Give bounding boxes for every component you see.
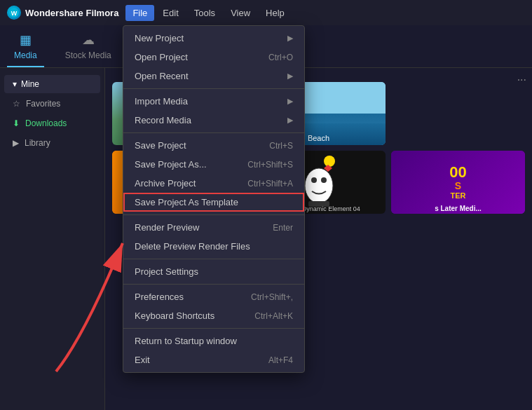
open-recent-arrow: ▶ (287, 71, 293, 81)
sidebar-section-mine[interactable]: ▾ Mine (4, 75, 100, 93)
sidebar-library-label: Library (25, 138, 50, 148)
menu-item-delete-preview[interactable]: Delete Preview Render Files (123, 237, 304, 256)
open-recent-label: Open Recent (135, 71, 189, 81)
file-dropdown-menu: New Project ▶ Open Project Ctrl+O Open R… (123, 25, 305, 373)
menu-item-import-media[interactable]: Import Media ▶ (123, 92, 304, 111)
divider-4 (123, 259, 304, 259)
save-project-shortcut: Ctrl+S (269, 141, 293, 151)
divider-2 (123, 132, 304, 133)
favorites-icon: ☆ (13, 99, 20, 109)
beach-label: Beach (308, 134, 329, 142)
menu-item-save-as-template[interactable]: Save Project As Template (123, 193, 304, 212)
render-preview-label: Render Preview (135, 222, 200, 233)
svg-point-14 (321, 177, 327, 183)
menu-item-open-recent[interactable]: Open Recent ▶ (123, 67, 304, 86)
svg-point-11 (324, 156, 335, 167)
tab-media-label: Media (14, 50, 37, 60)
save-project-label: Save Project (135, 140, 186, 151)
sidebar-downloads-label: Downloads (25, 118, 67, 128)
delete-preview-label: Delete Preview Render Files (135, 241, 250, 252)
menu-item-render-preview[interactable]: Render Preview Enter (123, 218, 304, 237)
divider-6 (123, 328, 304, 329)
menu-item-return-startup[interactable]: Return to Startup window (123, 332, 304, 350)
open-project-label: Open Project (135, 52, 188, 62)
menu-tools[interactable]: Tools (187, 5, 222, 21)
divider-1 (123, 88, 304, 89)
menu-item-new-project[interactable]: New Project ▶ (123, 29, 304, 48)
open-project-shortcut: Ctrl+O (268, 53, 293, 62)
save-project-as-label: Save Project As... (135, 159, 207, 170)
new-project-arrow: ▶ (287, 34, 293, 43)
menu-file[interactable]: File (125, 5, 154, 21)
return-startup-label: Return to Startup window (135, 336, 237, 346)
tab-stock-media-label: Stock Media (65, 50, 111, 60)
keyboard-shortcuts-label: Keyboard Shortcuts (135, 310, 214, 321)
svg-point-13 (311, 177, 317, 183)
svg-text:W: W (11, 10, 18, 17)
archive-project-shortcut: Ctrl+Shift+A (247, 179, 293, 189)
archive-project-label: Archive Project (135, 178, 196, 189)
menu-item-save-project[interactable]: Save Project Ctrl+S (123, 136, 304, 155)
app-title: Wondershare Filmora (25, 8, 118, 18)
menu-item-keyboard-shortcuts[interactable]: Keyboard Shortcuts Ctrl+Alt+K (123, 306, 304, 325)
save-as-template-label: Save Project As Template (135, 197, 238, 207)
menu-view[interactable]: View (224, 5, 257, 21)
menu-edit[interactable]: Edit (156, 5, 185, 21)
record-media-arrow: ▶ (287, 116, 293, 125)
sidebar-mine-label: Mine (21, 79, 39, 89)
media-thumb-later-medi: 00 S TER s Later Medi... (391, 151, 525, 214)
save-project-as-shortcut: Ctrl+Shift+S (247, 160, 293, 170)
menu-item-archive-project[interactable]: Archive Project Ctrl+Shift+A (123, 174, 304, 193)
sidebar-item-favorites[interactable]: ☆ Favorites (4, 95, 100, 113)
keyboard-shortcuts-shortcut: Ctrl+Alt+K (254, 311, 293, 321)
sidebar-item-downloads[interactable]: ⬇ Downloads (4, 114, 100, 132)
menu-bar: File Edit Tools View Help (125, 5, 291, 21)
import-media-label: Import Media (135, 96, 188, 107)
menu-item-save-project-as[interactable]: Save Project As... Ctrl+Shift+S (123, 155, 304, 174)
title-bar: W Wondershare Filmora File Edit Tools Vi… (0, 0, 532, 25)
later-medi-label: s Later Medi... (391, 205, 525, 212)
app-logo: W Wondershare Filmora (7, 6, 118, 20)
thumb-purple-bg: 00 S TER s Later Medi... (391, 151, 525, 214)
stock-media-icon: ☁ (82, 32, 95, 48)
exit-shortcut: Alt+F4 (268, 355, 293, 365)
new-project-label: New Project (135, 33, 184, 43)
preferences-shortcut: Ctrl+Shift+, (251, 292, 293, 302)
menu-item-exit[interactable]: Exit Alt+F4 (123, 350, 304, 369)
project-settings-label: Project Settings (135, 266, 198, 277)
import-media-arrow: ▶ (287, 97, 293, 106)
tab-stock-media[interactable]: ☁ Stock Media (58, 29, 118, 67)
sidebar-item-library[interactable]: ▶ Library (4, 134, 100, 152)
downloads-icon: ⬇ (13, 118, 20, 128)
menu-help[interactable]: Help (259, 5, 292, 21)
more-button[interactable]: ··· (517, 74, 526, 86)
library-arrow: ▶ (13, 138, 19, 148)
media-icon: ▦ (20, 32, 32, 48)
svg-point-12 (305, 168, 333, 203)
logo-icon: W (7, 6, 21, 20)
preferences-label: Preferences (135, 292, 184, 302)
exit-label: Exit (135, 355, 150, 365)
menu-item-project-settings[interactable]: Project Settings (123, 262, 304, 281)
divider-5 (123, 284, 304, 285)
menu-item-open-project[interactable]: Open Project Ctrl+O (123, 48, 304, 67)
sidebar: ▾ Mine ☆ Favorites ⬇ Downloads ▶ Library (0, 68, 105, 410)
menu-item-record-media[interactable]: Record Media ▶ (123, 111, 304, 130)
empty-slot (391, 82, 525, 145)
tab-media[interactable]: ▦ Media (7, 29, 44, 67)
sidebar-favorites-label: Favorites (26, 99, 60, 109)
divider-3 (123, 214, 304, 215)
render-preview-shortcut: Enter (273, 223, 293, 233)
record-media-label: Record Media (135, 115, 191, 125)
menu-item-preferences[interactable]: Preferences Ctrl+Shift+, (123, 287, 304, 306)
mine-arrow: ▾ (13, 79, 17, 89)
